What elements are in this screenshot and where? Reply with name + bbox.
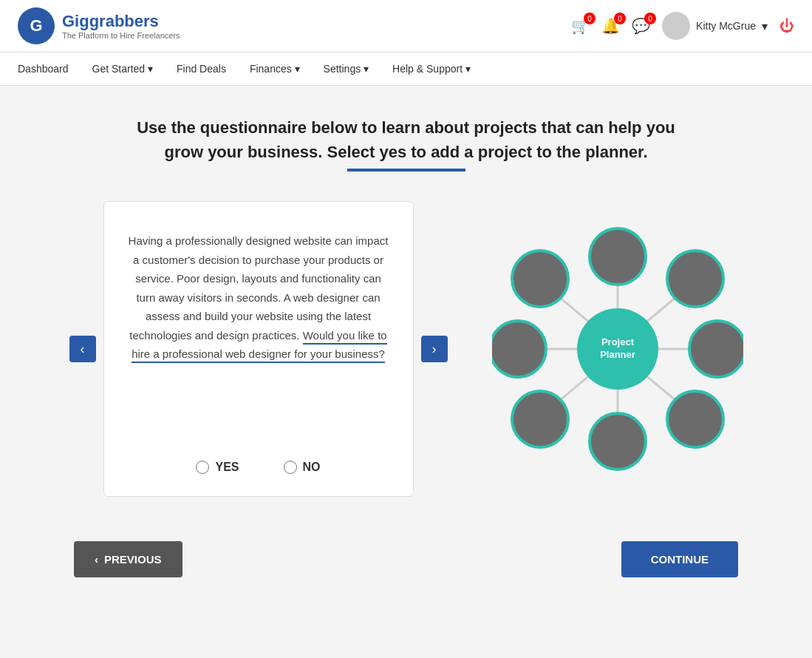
header: G Giggrabbers The Platform to Hire Freel… [0, 0, 812, 52]
message-badge: 0 [644, 13, 656, 24]
no-option[interactable]: NO [284, 461, 321, 474]
nav-dashboard[interactable]: Dashboard [18, 52, 69, 85]
avatar [662, 12, 690, 40]
question-card: Having a professionally designed website… [103, 201, 414, 497]
planner-label-line2: Planner [600, 349, 635, 360]
card-wrapper: ‹ Having a professionally designed websi… [69, 201, 448, 497]
nav-find-deals[interactable]: Find Deals [177, 52, 226, 85]
chevron-down-icon: ▾ [762, 19, 768, 33]
satellite-top-left [512, 251, 568, 307]
logo-text: Giggrabbers The Platform to Hire Freelan… [62, 12, 180, 40]
nav-settings[interactable]: Settings ▾ [324, 52, 369, 85]
planner-label-line1: Project [601, 336, 634, 347]
cart-badge: 0 [584, 13, 596, 24]
brand-name: Giggrabbers [62, 12, 180, 31]
radio-group: YES NO [196, 461, 320, 474]
nav-help-support[interactable]: Help & Support ▾ [392, 52, 471, 85]
page-headline: Use the questionnaire below to learn abo… [44, 115, 768, 164]
satellite-left [492, 321, 546, 377]
header-right: 🛒 0 🔔 0 💬 0 Kitty McGrue ▾ ⏻ [571, 12, 794, 40]
previous-button[interactable]: ‹ PREVIOUS [74, 541, 182, 577]
power-icon[interactable]: ⏻ [779, 18, 794, 35]
yes-radio[interactable] [196, 461, 209, 474]
satellite-top [590, 228, 646, 285]
prev-arrow-button[interactable]: ‹ [69, 336, 96, 362]
satellite-top-right [667, 251, 723, 307]
nav-get-started[interactable]: Get Started ▾ [92, 52, 153, 85]
satellite-bottom-left [512, 391, 568, 447]
headline-underline [347, 169, 465, 172]
logo-area: G Giggrabbers The Platform to Hire Freel… [18, 7, 180, 44]
next-arrow-button[interactable]: › [421, 336, 448, 362]
bottom-bar: ‹ PREVIOUS CONTINUE [44, 541, 768, 577]
brand-tagline: The Platform to Hire Freelancers [62, 31, 180, 40]
yes-option[interactable]: YES [196, 461, 239, 474]
cart-icon[interactable]: 🛒 0 [571, 17, 590, 35]
continue-button[interactable]: CONTINUE [621, 541, 738, 577]
main-nav: Dashboard Get Started ▾ Find Deals Finan… [0, 52, 812, 86]
project-planner-diagram: Project Planner [492, 208, 743, 489]
user-menu[interactable]: Kitty McGrue ▾ [662, 12, 768, 40]
content-area: ‹ Having a professionally designed websi… [44, 201, 768, 497]
notification-badge: 0 [614, 13, 626, 24]
message-icon[interactable]: 💬 0 [632, 17, 650, 35]
no-radio[interactable] [284, 461, 297, 474]
planner-svg: Project Planner [492, 208, 743, 489]
satellite-right [689, 321, 743, 377]
notification-icon[interactable]: 🔔 0 [601, 17, 620, 35]
satellite-bottom [590, 413, 646, 469]
main-content: Use the questionnaire below to learn abo… [0, 86, 812, 618]
nav-finances[interactable]: Finances ▾ [250, 52, 300, 85]
question-text: Having a professionally designed website… [126, 231, 391, 364]
logo-icon: G [18, 7, 55, 44]
user-name: Kitty McGrue [696, 20, 756, 32]
satellite-bottom-right [667, 391, 723, 447]
